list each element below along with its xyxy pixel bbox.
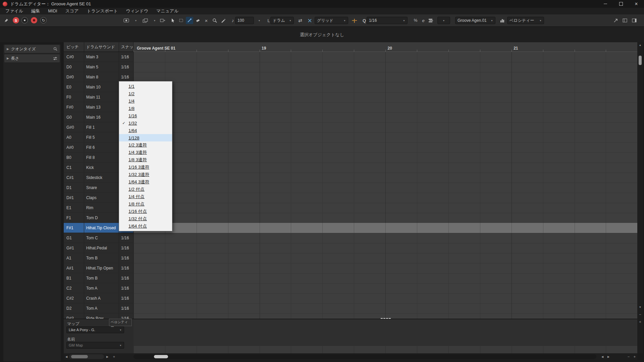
- part-list-dropdown[interactable]: ▼: [437, 17, 450, 24]
- header-snap[interactable]: スナップ: [119, 42, 133, 52]
- scroll-down-button[interactable]: ▼: [637, 304, 643, 310]
- header-pitch[interactable]: ピッチ: [64, 42, 84, 52]
- snap-menu-item[interactable]: 1/32 3連符: [119, 171, 172, 178]
- drum-row-snap[interactable]: 1/16: [119, 303, 133, 313]
- acoustic-feedback-button[interactable]: ↻: [40, 17, 47, 23]
- minimize-button[interactable]: [598, 0, 613, 8]
- snap-menu-item[interactable]: 1/32 付点: [119, 215, 172, 223]
- snap-menu-item[interactable]: 1/128: [119, 134, 172, 141]
- link-editors-dropdown[interactable]: ▼: [132, 17, 140, 24]
- drum-row[interactable]: C#0Main 31/16: [64, 52, 133, 62]
- drum-row-snap[interactable]: 1/16: [119, 283, 133, 293]
- drum-row-snap[interactable]: 1/16: [119, 243, 133, 253]
- scroll-left-button[interactable]: ◀: [64, 353, 69, 360]
- snap-menu-item[interactable]: 1/2: [119, 90, 172, 97]
- snap-menu-item[interactable]: 1/16: [119, 112, 172, 119]
- name-dropdown[interactable]: GM Map ▼: [66, 342, 124, 349]
- drum-row-snap[interactable]: 1/16: [119, 233, 133, 243]
- vertical-scroll-thumb[interactable]: [639, 56, 642, 65]
- snap-menu-item[interactable]: 1/1: [119, 82, 172, 90]
- drum-row-snap[interactable]: 1/16: [119, 253, 133, 263]
- header-sound[interactable]: ドラムサウンド: [84, 42, 119, 52]
- show-events-button[interactable]: [140, 17, 150, 24]
- part-selector-dropdown[interactable]: Groove Agen.01 ▼: [455, 17, 495, 24]
- link-editors-button[interactable]: [121, 17, 131, 24]
- menu-item[interactable]: 編集: [27, 8, 44, 14]
- snap-menu-item[interactable]: 1/4 付点: [119, 193, 172, 200]
- drum-row-snap[interactable]: 1/16: [119, 52, 133, 62]
- menu-item[interactable]: スコア: [61, 8, 83, 14]
- drum-row[interactable]: C2Tom A1/16: [64, 283, 133, 293]
- note-grid[interactable]: [133, 52, 637, 319]
- length-mode-dropdown[interactable]: ドラム ▼: [270, 17, 294, 24]
- menu-item[interactable]: ウィンドウ: [122, 8, 152, 14]
- inspector-item-quantize[interactable]: ▶ クオンタイズ: [4, 45, 60, 53]
- drum-row[interactable]: A#1Hihat.Tip Open1/16: [64, 263, 133, 273]
- zoom-tool-button[interactable]: [211, 17, 218, 24]
- scroll-up-button[interactable]: ▲: [637, 42, 643, 48]
- scroll-right-button[interactable]: ▶: [105, 353, 110, 360]
- snap-menu-item[interactable]: 1/2 3連符: [119, 141, 172, 149]
- snap-menu-item[interactable]: ✓1/32: [119, 119, 172, 127]
- controller-setup-button[interactable]: [498, 17, 506, 24]
- menu-item[interactable]: ファイル: [1, 8, 27, 14]
- quantize-panel-button[interactable]: e: [420, 17, 427, 24]
- snap-menu-item[interactable]: 1/16 付点: [119, 208, 172, 215]
- drum-row[interactable]: G1Tom C1/16: [64, 233, 133, 243]
- insert-velocity-dropdown[interactable]: ▼: [256, 17, 263, 24]
- grid-scroll-track[interactable]: [133, 354, 596, 359]
- drum-row[interactable]: A1Tom B1/16: [64, 253, 133, 263]
- velocity-lane[interactable]: [133, 319, 637, 353]
- v-zoom-in-button[interactable]: +: [637, 319, 643, 324]
- step-input-button[interactable]: ⇄: [297, 17, 304, 24]
- eraser-tool-button[interactable]: [194, 17, 202, 24]
- snap-menu-item[interactable]: 1/64: [119, 127, 172, 134]
- snap-menu-item[interactable]: 1/16 3連符: [119, 164, 172, 171]
- quantize-preset-dropdown[interactable]: 1/16 ▼: [367, 17, 408, 24]
- snap-menu-item[interactable]: 1/8 3連符: [119, 156, 172, 164]
- midi-input-button[interactable]: [306, 17, 313, 24]
- window-layout-button[interactable]: [621, 17, 629, 24]
- menu-item[interactable]: MIDI: [44, 8, 61, 14]
- v-zoom-out-button[interactable]: −: [637, 312, 643, 317]
- menu-item[interactable]: トランスポート: [83, 8, 122, 14]
- show-right-zone-button[interactable]: [631, 17, 638, 24]
- snap-menu-item[interactable]: 1/4: [119, 97, 172, 105]
- grid-scroll-right-button[interactable]: ▶: [606, 353, 611, 360]
- snap-button[interactable]: −|−: [350, 17, 359, 24]
- drum-row-snap[interactable]: 1/16: [119, 62, 133, 72]
- drum-row[interactable]: B1Tom B1/16: [64, 273, 133, 283]
- object-select-tool-button[interactable]: [177, 17, 185, 24]
- h-zoom-out-button[interactable]: −: [626, 353, 631, 360]
- snap-menu-item[interactable]: 1/4 3連符: [119, 149, 172, 156]
- grid-scroll-left-button[interactable]: ◀: [600, 353, 605, 360]
- controller-lane-dropdown[interactable]: ベロシティー ▼: [507, 17, 544, 24]
- part-handling-button[interactable]: [427, 17, 435, 24]
- menu-item[interactable]: マニュアル: [152, 8, 183, 14]
- iterative-quantize-button[interactable]: %: [412, 17, 419, 24]
- show-events-dropdown[interactable]: ▼: [151, 17, 158, 24]
- snap-menu-item[interactable]: 1/2 付点: [119, 186, 172, 193]
- select-tool-button[interactable]: [169, 17, 176, 24]
- drumstick-tool-button[interactable]: [186, 17, 193, 24]
- close-button[interactable]: ×: [629, 0, 644, 8]
- inspector-item-length[interactable]: ▶ 長さ: [4, 54, 60, 62]
- drum-row[interactable]: D#2Ride.Bow1/16: [64, 313, 133, 319]
- drum-row-snap[interactable]: 1/16: [119, 273, 133, 283]
- snap-menu-item[interactable]: 1/8 付点: [119, 200, 172, 208]
- mute-tool-button[interactable]: ×: [203, 17, 210, 24]
- record-enable-button[interactable]: [21, 17, 28, 23]
- drum-row-snap[interactable]: 1/16: [119, 293, 133, 303]
- controller-lane-label[interactable]: ベロシティー: [109, 319, 132, 326]
- drum-row-snap[interactable]: 1/16: [119, 263, 133, 273]
- snap-menu-item[interactable]: 1/8: [119, 105, 172, 112]
- record-button[interactable]: [31, 17, 37, 23]
- insert-velocity-field[interactable]: 100: [235, 17, 254, 24]
- solo-button[interactable]: S: [13, 17, 19, 23]
- drum-row[interactable]: D2Tom A1/16: [64, 303, 133, 313]
- grid-type-dropdown[interactable]: グリッド ▼: [315, 17, 348, 24]
- line-tool-button[interactable]: [219, 17, 227, 24]
- h-zoom-in-button[interactable]: +: [632, 353, 637, 360]
- auto-scroll-button[interactable]: [159, 17, 166, 24]
- add-lane-button[interactable]: +: [111, 353, 117, 360]
